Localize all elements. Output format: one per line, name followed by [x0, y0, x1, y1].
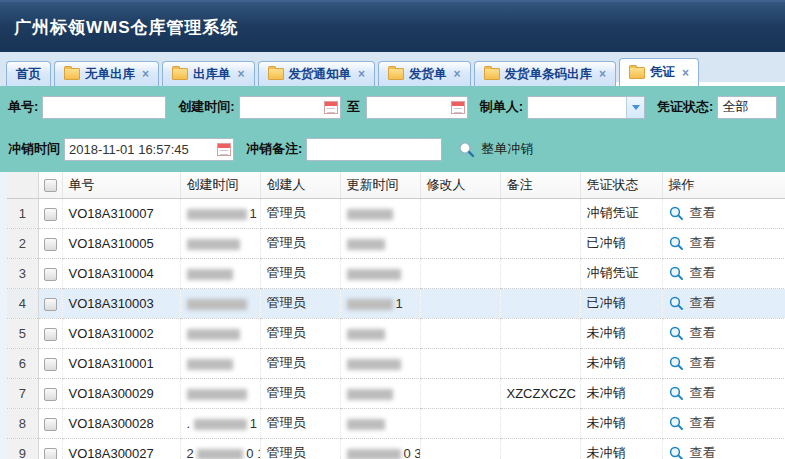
table-row[interactable]: 7VO18A300029管理员XZCZXCZC未冲销查看 [7, 378, 785, 408]
cell-remark [500, 348, 580, 378]
row-checkbox[interactable] [44, 268, 57, 281]
folder-icon [629, 67, 645, 79]
row-number: 5 [7, 318, 38, 348]
writeoff-remark-input[interactable] [306, 138, 442, 161]
cell-update-time [340, 408, 420, 438]
tab-close-icon[interactable]: × [142, 67, 149, 81]
writeoff-whole-order-button[interactable]: 整单冲销 [458, 140, 533, 158]
tab-close-icon[interactable]: × [682, 66, 689, 80]
tab-发货单条码出库[interactable]: 发货单条码出库× [474, 61, 617, 86]
tab-close-icon[interactable]: × [238, 67, 245, 81]
row-checkbox[interactable] [44, 358, 57, 371]
masked-text [187, 269, 233, 280]
cell-create-time [180, 378, 260, 408]
cell-modifier [420, 438, 500, 459]
view-button[interactable]: 查看 [669, 324, 785, 342]
table-row[interactable]: 9VO18A3000272 0 1管理员0 3未冲销查看 [7, 438, 785, 459]
cell-order-no: VO18A310002 [62, 318, 180, 348]
calendar-icon[interactable] [451, 101, 465, 114]
view-button[interactable]: 查看 [669, 384, 785, 402]
tab-bar: 首页无单出库×出库单×发货通知单×发货单×发货单条码出库×凭证× [0, 52, 785, 86]
row-checkbox-cell [38, 408, 62, 438]
calendar-icon[interactable] [324, 101, 338, 114]
table-row[interactable]: 2VO18A310005管理员已冲销查看 [7, 228, 785, 258]
masked-text [187, 329, 240, 340]
cell-create-time [180, 348, 260, 378]
row-checkbox-cell [38, 288, 62, 318]
magnifier-icon [669, 206, 684, 221]
tab-close-icon[interactable]: × [454, 67, 461, 81]
tab-无单出库[interactable]: 无单出库× [54, 61, 159, 86]
writeoff-time-field [64, 138, 234, 161]
magnifier-icon [669, 296, 684, 311]
tab-label: 首页 [16, 66, 41, 83]
cell-status: 未冲销 [580, 408, 662, 438]
select-all-checkbox[interactable] [44, 179, 57, 192]
row-checkbox[interactable] [44, 448, 57, 459]
voucher-table: 单号创建时间创建人更新时间修改人备注凭证状态操作 1VO18A3100071管理… [7, 172, 785, 459]
cell-remark: XZCZXCZC [500, 378, 580, 408]
table-row[interactable]: 4VO18A310003管理员1已冲销查看 [7, 288, 785, 318]
cell-action: 查看 [662, 378, 785, 408]
table-row[interactable]: 8VO18A300028. 1管理员未冲销查看 [7, 408, 785, 438]
masked-text [187, 299, 247, 310]
tab-close-icon[interactable]: × [358, 67, 365, 81]
calendar-icon[interactable] [217, 143, 231, 156]
writeoff-time-input[interactable] [64, 138, 234, 161]
view-button[interactable]: 查看 [669, 294, 785, 312]
cell-remark [500, 198, 580, 228]
tab-首页[interactable]: 首页 [6, 61, 51, 86]
table-row[interactable]: 3VO18A310004管理员冲销凭证查看 [7, 258, 785, 288]
cell-status: 未冲销 [580, 378, 662, 408]
masked-text [187, 239, 240, 250]
row-checkbox[interactable] [44, 418, 57, 431]
row-checkbox-cell [38, 378, 62, 408]
row-checkbox[interactable] [44, 328, 57, 341]
folder-icon [388, 68, 404, 80]
row-checkbox[interactable] [44, 208, 57, 221]
row-number: 7 [7, 378, 38, 408]
view-button[interactable]: 查看 [669, 354, 785, 372]
row-checkbox[interactable] [44, 238, 57, 251]
column-header-更新时间: 更新时间 [340, 172, 420, 198]
row-checkbox[interactable] [44, 298, 57, 311]
table-row[interactable]: 5VO18A310002管理员未冲销查看 [7, 318, 785, 348]
tab-label: 凭证 [650, 64, 675, 81]
voucher-status-select[interactable]: 全部 [717, 96, 777, 119]
writeoff-remark-label: 冲销备注: [246, 140, 302, 158]
cell-remark [500, 408, 580, 438]
order-no-label: 单号: [8, 98, 38, 116]
cell-status: 已冲销 [580, 228, 662, 258]
column-header-单号: 单号 [62, 172, 180, 198]
row-checkbox[interactable] [44, 388, 57, 401]
cell-order-no: VO18A300027 [62, 438, 180, 459]
magnifier-icon [669, 416, 684, 431]
writeoff-time-label: 冲销时间 [8, 140, 60, 158]
tab-label: 发货单条码出库 [505, 66, 593, 83]
tab-凭证[interactable]: 凭证× [619, 58, 699, 86]
order-no-input[interactable] [42, 96, 166, 119]
masked-fragment: 1 [250, 416, 257, 431]
table-row[interactable]: 1VO18A3100071管理员冲销凭证查看 [7, 198, 785, 228]
tab-发货单[interactable]: 发货单× [378, 61, 471, 86]
view-button[interactable]: 查看 [669, 414, 785, 432]
cell-modifier [420, 408, 500, 438]
view-label: 查看 [690, 294, 716, 312]
table-row[interactable]: 6VO18A310001管理员未冲销查看 [7, 348, 785, 378]
cell-create-time [180, 258, 260, 288]
view-button[interactable]: 查看 [669, 444, 785, 459]
masked-text [197, 449, 243, 459]
view-button[interactable]: 查看 [669, 204, 785, 222]
cell-status: 未冲销 [580, 348, 662, 378]
view-button[interactable]: 查看 [669, 234, 785, 252]
cell-status: 冲销凭证 [580, 198, 662, 228]
magnifier-icon [669, 446, 684, 459]
tab-出库单[interactable]: 出库单× [162, 61, 255, 86]
tab-close-icon[interactable]: × [599, 67, 606, 81]
maker-select[interactable] [527, 96, 645, 119]
view-button[interactable]: 查看 [669, 264, 785, 282]
masked-text [347, 329, 385, 340]
tab-发货通知单[interactable]: 发货通知单× [258, 61, 376, 86]
cell-modifier [420, 318, 500, 348]
title-bar: 广州标领WMS仓库管理系统 [0, 0, 785, 52]
